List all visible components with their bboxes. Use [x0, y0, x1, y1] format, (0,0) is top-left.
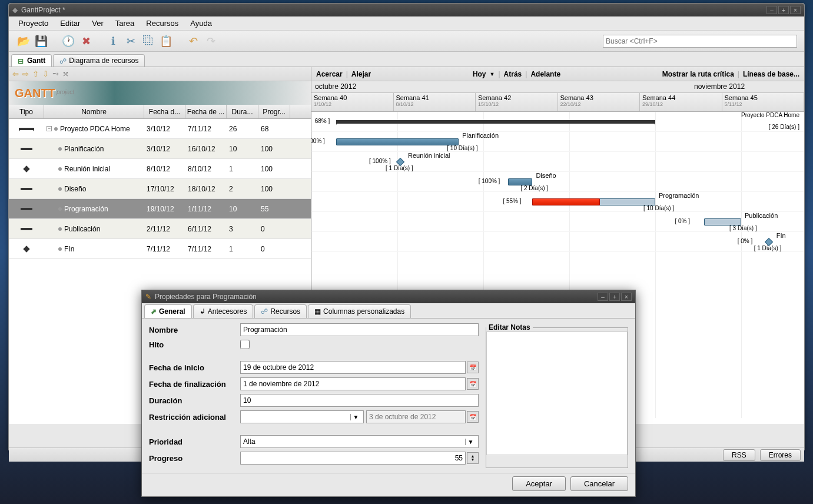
calendar-icon[interactable]: 📅 — [467, 378, 479, 390]
menu-resources[interactable]: Recursos — [141, 17, 183, 29]
critical-path-button[interactable]: Mostrar la ruta crítica — [662, 70, 734, 78]
dialog-tab-general[interactable]: ⬈ General — [144, 304, 192, 318]
tab-gantt-label: Gantt — [27, 57, 45, 65]
task-row[interactable]: FIn7/11/127/11/1210 — [9, 239, 311, 259]
zoom-in-button[interactable]: Acercar — [316, 70, 343, 78]
calendar-icon[interactable]: 📅 — [467, 411, 479, 423]
tab-resources[interactable]: ☍ Diagrama de recursos — [53, 54, 145, 67]
minimize-button[interactable]: – — [766, 6, 777, 14]
summary-bar[interactable] — [336, 120, 655, 124]
task-row[interactable]: Programación19/10/121/11/121055 — [9, 199, 311, 219]
rss-button[interactable]: RSS — [723, 449, 755, 461]
col-progress[interactable]: Progr... — [258, 105, 290, 118]
menu-edit[interactable]: Editar — [55, 17, 85, 29]
resources-tab-icon: ☍ — [261, 307, 268, 316]
cancel-button[interactable]: Cancelar — [570, 476, 628, 491]
task-row[interactable]: Diseño17/10/1218/10/122100 — [9, 179, 311, 199]
dialog-tab-resources[interactable]: ☍ Recursos — [254, 304, 307, 318]
constraint-combo[interactable]: ▼ — [240, 410, 364, 423]
dialog-tab-predecessors[interactable]: ↲ Antecesores — [193, 304, 254, 318]
zoom-out-button[interactable]: Alejar — [351, 70, 371, 78]
task-properties-dialog: ✎ Propiedades para Programación – + × ⬈ … — [141, 290, 636, 497]
progress-field[interactable] — [240, 452, 466, 465]
chart-row: Planificación100% ][ 10 Día(s) ] — [311, 132, 804, 152]
constraint-date-field[interactable] — [366, 410, 466, 423]
task-row[interactable]: Reunión inicial8/10/128/10/121100 — [9, 159, 311, 179]
undo-icon[interactable]: ↶ — [185, 34, 201, 49]
nav-back-icon[interactable]: ⇦ — [11, 68, 20, 79]
col-type[interactable]: Tipo — [9, 105, 44, 118]
col-end[interactable]: Fecha de ... — [185, 105, 227, 118]
notes-textarea[interactable] — [486, 331, 628, 455]
back-button[interactable]: Atrás — [504, 70, 522, 78]
milestone-checkbox[interactable] — [240, 340, 250, 349]
task-bar-done[interactable] — [532, 198, 600, 205]
delete-icon[interactable]: ✖ — [78, 34, 94, 49]
chevron-down-icon: ▼ — [465, 439, 476, 445]
menu-help[interactable]: Ayuda — [185, 17, 217, 29]
save-icon[interactable]: 💾 — [34, 34, 49, 49]
start-date-field[interactable] — [240, 361, 466, 374]
nav-down-icon[interactable]: ⇩ — [41, 68, 50, 79]
maximize-button[interactable]: + — [778, 6, 789, 14]
baselines-button[interactable]: Líneas de base... — [743, 70, 799, 78]
nav-fwd-icon[interactable]: ⇨ — [21, 68, 30, 79]
dialog-close-button[interactable]: × — [621, 293, 632, 301]
bar-progress-label: [ 100% ] — [479, 178, 500, 184]
menu-task[interactable]: Tarea — [111, 17, 140, 29]
tab-resources-label: Diagrama de recursos — [69, 57, 138, 65]
calendar-icon[interactable]: 📅 — [467, 362, 479, 373]
paste-icon[interactable]: 📋 — [158, 34, 174, 49]
collapse-icon[interactable]: − — [47, 126, 52, 131]
duration-field[interactable] — [240, 394, 479, 407]
close-button[interactable]: × — [790, 6, 801, 14]
copy-icon[interactable]: ⿻ — [141, 34, 156, 49]
end-date-field[interactable] — [240, 377, 466, 390]
name-field[interactable] — [240, 323, 479, 336]
main-titlebar[interactable]: ◆ GanttProject * – + × — [9, 4, 804, 16]
col-name[interactable]: Nombre — [44, 105, 144, 118]
open-icon[interactable]: 📂 — [16, 34, 31, 49]
tab-gantt[interactable]: ⊟ Gantt — [11, 54, 52, 67]
week-column-header: Semana 418/10/12 — [394, 93, 476, 111]
bar-duration-label: [ 26 Día(s) ] — [769, 124, 799, 130]
bullet-icon — [58, 147, 62, 151]
task-duration: 3 — [227, 225, 258, 233]
logo-banner: GANTT project — [9, 81, 311, 105]
task-progress: 100 — [258, 165, 290, 173]
col-start[interactable]: Fecha d... — [144, 105, 185, 118]
today-button[interactable]: Hoy — [473, 70, 486, 78]
info-icon[interactable]: ℹ — [105, 34, 121, 49]
errors-button[interactable]: Errores — [760, 449, 801, 461]
stepper-icon[interactable]: ▲▼ — [467, 452, 479, 464]
task-row[interactable]: Publicación2/11/126/11/1230 — [9, 219, 311, 239]
col-duration[interactable]: Dura... — [227, 105, 258, 118]
today-dropdown-icon[interactable]: ▼ — [490, 71, 495, 77]
dialog-maximize-button[interactable]: + — [609, 293, 620, 301]
priority-combo[interactable]: Alta ▼ — [240, 435, 479, 448]
dialog-minimize-button[interactable]: – — [598, 293, 608, 301]
cut-icon[interactable]: ✂ — [123, 34, 138, 49]
link-icon[interactable]: ⤲ — [61, 68, 70, 79]
task-bar-icon — [21, 208, 32, 210]
ok-button[interactable]: Aceptar — [512, 476, 566, 491]
clock-icon[interactable]: 🕐 — [61, 34, 76, 49]
nav-up-icon[interactable]: ⇧ — [31, 68, 40, 79]
unlink-icon[interactable]: ⤳ — [51, 68, 60, 79]
task-row[interactable]: −Proyecto PDCA Home3/10/127/11/122668 — [9, 119, 311, 139]
task-end: 6/11/12 — [185, 225, 227, 233]
task-duration: 1 — [227, 245, 258, 253]
task-row[interactable]: Planificación3/10/1216/10/1210100 — [9, 139, 311, 159]
menu-view[interactable]: Ver — [87, 17, 108, 29]
search-input[interactable] — [603, 35, 797, 48]
menu-project[interactable]: Proyecto — [14, 17, 53, 29]
task-bar[interactable] — [336, 138, 459, 145]
task-end: 16/10/12 — [185, 145, 227, 153]
toolbar: 📂 💾 🕐 ✖ ℹ ✂ ⿻ 📋 ↶ ↷ — [9, 31, 804, 52]
dialog-titlebar[interactable]: ✎ Propiedades para Programación – + × — [142, 290, 635, 303]
milestone-icon — [23, 246, 29, 252]
notes-legend: Editar Notas — [486, 323, 533, 331]
dialog-tab-custom[interactable]: ▦ Columnas personalizadas — [308, 304, 411, 318]
redo-icon[interactable]: ↷ — [203, 34, 218, 49]
forward-button[interactable]: Adelante — [530, 70, 560, 78]
